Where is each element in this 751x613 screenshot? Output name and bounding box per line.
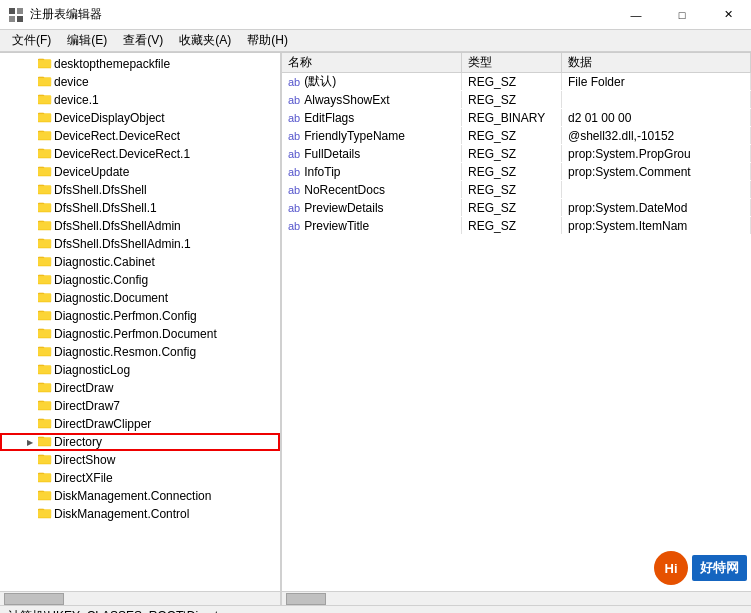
tree-item-DfsShell_DfsShellAdmin1[interactable]: DfsShell.DfsShellAdmin.1: [0, 235, 280, 253]
tree-item-DiskManagement_Connection[interactable]: DiskManagement.Connection: [0, 487, 280, 505]
tree-label-Diagnostic_Perfmon_Config: Diagnostic.Perfmon.Config: [54, 309, 197, 323]
tree-label-Diagnostic_Config: Diagnostic.Config: [54, 273, 148, 287]
folder-icon-DiskManagement_Control: [38, 506, 52, 523]
title-bar: 注册表编辑器 — □ ✕: [0, 0, 751, 30]
reg-data-3: @shell32.dll,-10152: [562, 127, 751, 144]
reg-icon-2: ab: [288, 112, 300, 124]
folder-icon-DfsShell_DfsShell1: [38, 200, 52, 217]
tree-item-DeviceUpdate[interactable]: DeviceUpdate: [0, 163, 280, 181]
folder-icon-DfsShell_DfsShellAdmin1: [38, 236, 52, 253]
expand-arrow-Directory[interactable]: [22, 434, 38, 450]
menu-view[interactable]: 查看(V): [115, 30, 171, 51]
tree-label-Diagnostic_Resmon_Config: Diagnostic.Resmon.Config: [54, 345, 196, 359]
folder-icon-DirectDrawClipper: [38, 416, 52, 433]
reg-icon-6: ab: [288, 184, 300, 196]
reg-data-0: File Folder: [562, 73, 751, 90]
tree-item-Diagnostic_Perfmon_Document[interactable]: Diagnostic.Perfmon.Document: [0, 325, 280, 343]
svg-rect-1: [17, 8, 23, 14]
folder-icon-device: [38, 74, 52, 91]
tree-item-device1[interactable]: device.1: [0, 91, 280, 109]
tree-item-desktopthemepackfile[interactable]: desktopthemepackfile: [0, 55, 280, 73]
tree-item-DeviceRect_DeviceRect1[interactable]: DeviceRect.DeviceRect.1: [0, 145, 280, 163]
tree-item-DfsShell_DfsShell[interactable]: DfsShell.DfsShell: [0, 181, 280, 199]
tree-label-DirectDraw7: DirectDraw7: [54, 399, 120, 413]
tree-item-Directory[interactable]: Directory: [0, 433, 280, 451]
tree-item-DeviceRect_DeviceRect[interactable]: DeviceRect.DeviceRect: [0, 127, 280, 145]
minimize-button[interactable]: —: [613, 0, 659, 30]
reg-row-4[interactable]: abFullDetailsREG_SZprop:System.PropGrou: [282, 145, 751, 163]
tree-scroll[interactable]: desktopthemepackfile device device.1 Dev…: [0, 53, 280, 591]
svg-rect-42: [38, 275, 51, 283]
tree-item-DfsShell_DfsShell1[interactable]: DfsShell.DfsShell.1: [0, 199, 280, 217]
close-button[interactable]: ✕: [705, 0, 751, 30]
tree-item-Diagnostic_Config[interactable]: Diagnostic.Config: [0, 271, 280, 289]
right-scroll[interactable]: ab(默认)REG_SZFile FolderabAlwaysShowExtRE…: [282, 73, 751, 591]
svg-rect-48: [38, 311, 51, 319]
col-header-name[interactable]: 名称: [282, 53, 462, 72]
app-icon: [8, 7, 24, 23]
reg-icon-5: ab: [288, 166, 300, 178]
folder-icon-Diagnostic_Document: [38, 290, 52, 307]
svg-rect-36: [38, 239, 51, 247]
tree-label-DirectDrawClipper: DirectDrawClipper: [54, 417, 151, 431]
folder-icon-DiagnosticLog: [38, 362, 52, 379]
tree-item-Diagnostic_Resmon_Config[interactable]: Diagnostic.Resmon.Config: [0, 343, 280, 361]
reg-type-3: REG_SZ: [462, 127, 562, 144]
reg-row-0[interactable]: ab(默认)REG_SZFile Folder: [282, 73, 751, 91]
tree-item-Diagnostic_Document[interactable]: Diagnostic.Document: [0, 289, 280, 307]
folder-icon-DfsShell_DfsShell: [38, 182, 52, 199]
reg-name-5: abInfoTip: [282, 163, 462, 180]
tree-item-DirectDraw7[interactable]: DirectDraw7: [0, 397, 280, 415]
tree-item-DiskManagement_Control[interactable]: DiskManagement.Control: [0, 505, 280, 523]
menu-help[interactable]: 帮助(H): [239, 30, 296, 51]
menu-file[interactable]: 文件(F): [4, 30, 59, 51]
reg-row-6[interactable]: abNoRecentDocsREG_SZ: [282, 181, 751, 199]
reg-row-7[interactable]: abPreviewDetailsREG_SZprop:System.DateMo…: [282, 199, 751, 217]
tree-item-DirectDrawClipper[interactable]: DirectDrawClipper: [0, 415, 280, 433]
svg-rect-69: [38, 437, 51, 445]
svg-rect-27: [38, 185, 51, 193]
menu-favorites[interactable]: 收藏夹(A): [171, 30, 239, 51]
tree-label-DfsShell_DfsShell: DfsShell.DfsShell: [54, 183, 147, 197]
tree-hscroll[interactable]: [0, 592, 282, 605]
tree-item-Diagnostic_Cabinet[interactable]: Diagnostic.Cabinet: [0, 253, 280, 271]
tree-item-DirectShow[interactable]: DirectShow: [0, 451, 280, 469]
folder-icon-DeviceRect_DeviceRect1: [38, 146, 52, 163]
tree-item-device[interactable]: device: [0, 73, 280, 91]
tree-item-Diagnostic_Perfmon_Config[interactable]: Diagnostic.Perfmon.Config: [0, 307, 280, 325]
reg-type-1: REG_SZ: [462, 91, 562, 108]
column-headers: 名称 类型 数据: [282, 53, 751, 73]
tree-item-DirectXFile[interactable]: DirectXFile: [0, 469, 280, 487]
tree-label-DiskManagement_Connection: DiskManagement.Connection: [54, 489, 211, 503]
tree-label-DirectXFile: DirectXFile: [54, 471, 113, 485]
tree-item-DeviceDisplayObject[interactable]: DeviceDisplayObject: [0, 109, 280, 127]
svg-rect-12: [38, 95, 51, 103]
tree-label-DfsShell_DfsShellAdmin1: DfsShell.DfsShellAdmin.1: [54, 237, 191, 251]
tree-label-Directory: Directory: [54, 435, 102, 449]
tree-item-DfsShell_DfsShellAdmin[interactable]: DfsShell.DfsShellAdmin: [0, 217, 280, 235]
watermark-hi: Hi: [654, 551, 688, 585]
reg-row-5[interactable]: abInfoTipREG_SZprop:System.Comment: [282, 163, 751, 181]
reg-icon-3: ab: [288, 130, 300, 142]
col-header-data[interactable]: 数据: [562, 53, 751, 72]
menu-edit[interactable]: 编辑(E): [59, 30, 115, 51]
tree-label-DeviceRect_DeviceRect: DeviceRect.DeviceRect: [54, 129, 180, 143]
reg-row-2[interactable]: abEditFlagsREG_BINARYd2 01 00 00: [282, 109, 751, 127]
reg-name-4: abFullDetails: [282, 145, 462, 162]
right-hscroll[interactable]: [282, 592, 751, 605]
tree-item-DirectDraw[interactable]: DirectDraw: [0, 379, 280, 397]
svg-rect-18: [38, 131, 51, 139]
svg-rect-9: [38, 77, 51, 85]
col-header-type[interactable]: 类型: [462, 53, 562, 72]
svg-rect-63: [38, 401, 51, 409]
folder-icon-DeviceRect_DeviceRect: [38, 128, 52, 145]
maximize-button[interactable]: □: [659, 0, 705, 30]
reg-type-2: REG_BINARY: [462, 109, 562, 126]
reg-row-8[interactable]: abPreviewTitleREG_SZprop:System.ItemNam: [282, 217, 751, 235]
reg-row-3[interactable]: abFriendlyTypeNameREG_SZ@shell32.dll,-10…: [282, 127, 751, 145]
tree-item-DiagnosticLog[interactable]: DiagnosticLog: [0, 361, 280, 379]
folder-icon-device1: [38, 92, 52, 109]
reg-row-1[interactable]: abAlwaysShowExtREG_SZ: [282, 91, 751, 109]
folder-icon-Diagnostic_Perfmon_Document: [38, 326, 52, 343]
watermark-container: Hi 好特网: [654, 551, 747, 585]
